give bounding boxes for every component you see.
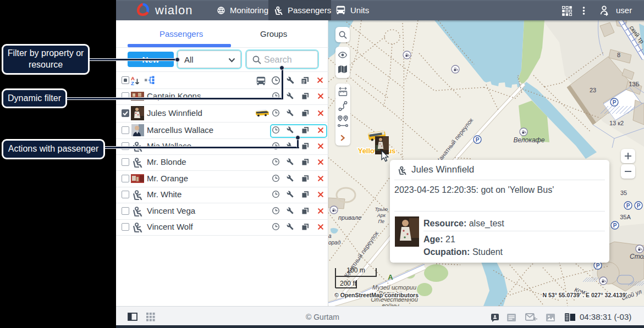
- svg-text:P: P: [476, 137, 480, 143]
- svg-text:Велокафе: Велокафе: [514, 136, 545, 144]
- svg-text:Трыю: Трыю: [375, 207, 388, 212]
- svg-text:35А: 35А: [620, 214, 631, 220]
- svg-text:P: P: [613, 223, 617, 229]
- svg-text:200 ft: 200 ft: [340, 280, 357, 287]
- svg-text:13Б: 13Б: [629, 81, 639, 87]
- svg-text:Арк: Арк: [377, 213, 386, 218]
- svg-text:© OpenStreetMap contributors: © OpenStreetMap contributors: [334, 292, 419, 298]
- svg-text:A: A: [388, 273, 393, 281]
- svg-text:N 53° 55.0739' . E 027° 32.413: N 53° 55.0739' . E 027° 32.4139': [542, 292, 627, 298]
- svg-text:13 к2: 13 к2: [609, 120, 624, 126]
- svg-text:P: P: [637, 203, 641, 209]
- svg-text:привале: привале: [338, 214, 361, 221]
- svg-text:P: P: [626, 203, 630, 209]
- svg-text:P: P: [613, 99, 617, 105]
- svg-text:P: P: [596, 263, 600, 269]
- svg-text:а: а: [328, 233, 332, 239]
- svg-text:100 m: 100 m: [346, 266, 365, 274]
- svg-text:войны: войны: [382, 302, 399, 306]
- svg-text:Столо: Столо: [630, 253, 644, 260]
- svg-text:23: 23: [590, 87, 596, 93]
- svg-text:орад: орад: [328, 240, 341, 246]
- svg-text:8: 8: [617, 52, 620, 58]
- svg-text:Z: Z: [131, 80, 134, 86]
- svg-text:35: 35: [620, 190, 627, 196]
- svg-text:Пе: Пе: [378, 219, 384, 224]
